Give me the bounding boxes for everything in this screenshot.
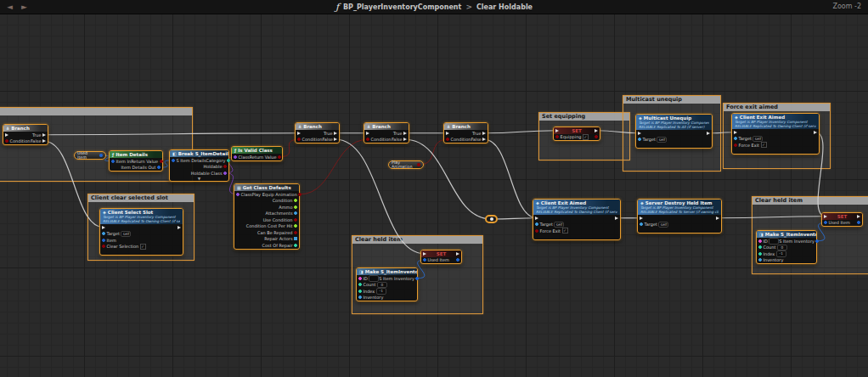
pin-return-value-bool[interactable] bbox=[160, 160, 163, 163]
branch-node[interactable]: ⋔BranchTrueConditionFalse bbox=[295, 122, 340, 143]
node-header[interactable]: ƒItem Details bbox=[110, 151, 162, 158]
pin-target-object[interactable] bbox=[638, 138, 641, 141]
wire-b1.true-to-ba.execin[interactable] bbox=[44, 133, 299, 135]
pin-condition-bool[interactable] bbox=[297, 138, 301, 141]
pin-item-in-struct[interactable] bbox=[111, 160, 115, 163]
node-header[interactable]: ◈Multicast UnequipTarget is BP Player In… bbox=[636, 115, 712, 130]
pin-condition-float[interactable] bbox=[294, 199, 297, 202]
wire-bc.true-to-setEquip.execin[interactable] bbox=[484, 131, 557, 133]
branch-node[interactable]: ⋔BranchTrueConditionFalse bbox=[3, 124, 48, 145]
pin-count-int[interactable] bbox=[358, 283, 362, 286]
text-field[interactable]: self bbox=[752, 136, 763, 143]
text-field[interactable]: self bbox=[657, 137, 667, 143]
pin-condition-cost-per-hit-float[interactable] bbox=[294, 224, 297, 228]
checkbox[interactable]: ✓ bbox=[140, 244, 146, 250]
pin-condition-bool[interactable] bbox=[446, 138, 449, 141]
wire-playAnim.out-to-bc.cond[interactable] bbox=[419, 139, 448, 165]
pin-execin-exec[interactable] bbox=[297, 132, 301, 135]
pin-item-details-out-struct[interactable] bbox=[157, 166, 161, 169]
get-class-defaults-node[interactable]: ▦Get Class DefaultsClassPlay Equip Anima… bbox=[234, 183, 300, 250]
pin-used-item-struct[interactable] bbox=[824, 221, 827, 224]
pin-false-exec[interactable] bbox=[42, 139, 46, 143]
pin-true-exec[interactable] bbox=[334, 132, 337, 135]
pin-target-object[interactable] bbox=[102, 232, 105, 235]
pin-used-item-struct[interactable] bbox=[423, 258, 426, 262]
node-header[interactable]: ◈Client Select SlotTarget is BP Player I… bbox=[100, 209, 183, 224]
node-header[interactable]: ◈Client Exit AimedTarget is BP Player In… bbox=[732, 114, 819, 129]
multicast-unequip-node[interactable]: ◈Multicast UnequipTarget is BP Player In… bbox=[635, 114, 713, 149]
pin-repair-actors-array[interactable] bbox=[294, 237, 297, 240]
pin-false-exec[interactable] bbox=[334, 138, 337, 141]
back-icon[interactable]: ◄ bbox=[7, 0, 13, 14]
node-header[interactable]: ⋔Branch bbox=[444, 123, 488, 130]
pin-can-be-repaired-bool[interactable] bbox=[294, 231, 297, 234]
pin-outval-bool[interactable] bbox=[595, 135, 598, 138]
branch-node[interactable]: ⋔BranchTrueConditionFalse bbox=[364, 122, 409, 143]
node-header[interactable]: ◧Break S_ItemDetails bbox=[170, 150, 228, 157]
is-valid-class-node[interactable]: ƒIs Valid ClassClassReturn Value bbox=[231, 146, 283, 161]
pin-false-exec[interactable] bbox=[403, 138, 407, 141]
wire-serverDestroy.execout-to-setUsed2.execin[interactable] bbox=[718, 217, 826, 218]
set-node[interactable]: SETUsed Item bbox=[420, 250, 462, 264]
node-header[interactable]: ◈Server Destroy Held ItemTarget is BP Pl… bbox=[638, 200, 721, 215]
collapse-arrow-icon[interactable]: ▼ bbox=[170, 177, 228, 181]
pin-inventory-object[interactable] bbox=[758, 258, 762, 262]
pin-target-object[interactable] bbox=[640, 222, 643, 226]
text-field[interactable]: self bbox=[121, 231, 131, 238]
wire-ba.false-to-setUsed1.execin[interactable] bbox=[335, 139, 425, 254]
pin-s-item-inventory-struct[interactable] bbox=[415, 277, 419, 280]
set-node[interactable]: SETEquipping✓ bbox=[553, 127, 600, 141]
make-s-iteminventory-node[interactable]: ◨Make S_ItemInventoryIDS Item InventoryC… bbox=[356, 267, 418, 301]
wire-bc.false-to-cea2.execin[interactable] bbox=[484, 139, 537, 218]
pin-id-string[interactable] bbox=[758, 239, 762, 243]
pin-count-int[interactable] bbox=[758, 245, 762, 249]
client-select-slot-node[interactable]: ◈Client Select SlotTarget is BP Player I… bbox=[99, 208, 183, 256]
pin-clear-selection-bool[interactable] bbox=[102, 245, 105, 248]
pin-class-class[interactable] bbox=[234, 155, 237, 159]
checkbox[interactable]: ✓ bbox=[562, 228, 568, 234]
node-header[interactable]: ⋔Branch bbox=[296, 123, 339, 130]
pin-execout-exec[interactable] bbox=[814, 131, 817, 134]
pin-condition-bool[interactable] bbox=[366, 138, 369, 141]
text-field[interactable]: -1 bbox=[376, 288, 386, 295]
pin-execin-exec[interactable] bbox=[5, 133, 8, 137]
pin-execin-exec[interactable] bbox=[638, 132, 641, 135]
pin-false-exec[interactable] bbox=[482, 138, 486, 141]
node-header[interactable]: ◈Client Exit AimedTarget is BP Player In… bbox=[533, 200, 620, 215]
node-header[interactable]: ƒIs Valid Class bbox=[232, 147, 282, 154]
pin-return-value-bool[interactable] bbox=[278, 155, 281, 159]
breadcrumb-blueprint[interactable]: BP_PlayerInventoryComponent bbox=[343, 3, 461, 11]
pin-holdable-class-class[interactable] bbox=[223, 172, 227, 175]
branch-node[interactable]: ⋔BranchTrueConditionFalse bbox=[443, 122, 488, 143]
pin-execin-exec[interactable] bbox=[366, 132, 369, 135]
wire-setEquip.execout-to-multicastUnequip.execin[interactable] bbox=[596, 131, 640, 133]
checkbox[interactable]: ✓ bbox=[761, 142, 767, 148]
text-field[interactable]: 0 bbox=[377, 282, 387, 289]
text-field[interactable] bbox=[769, 238, 779, 245]
text-field[interactable] bbox=[369, 275, 379, 282]
pin-ammo-float[interactable] bbox=[294, 205, 297, 209]
pin-output-struct[interactable] bbox=[99, 154, 103, 157]
pin-execin-exec[interactable] bbox=[734, 131, 737, 134]
pin-true-exec[interactable] bbox=[42, 133, 46, 137]
pin-id-string[interactable] bbox=[358, 277, 362, 280]
pin-execin-exec[interactable] bbox=[640, 217, 643, 220]
pin-outval-struct[interactable] bbox=[456, 258, 459, 262]
pin-execout-exec[interactable] bbox=[615, 217, 618, 220]
pin-execin-exec[interactable] bbox=[535, 217, 538, 220]
reroute-node[interactable] bbox=[485, 215, 498, 223]
wire-reroute.out-to-cea2.execin[interactable] bbox=[492, 218, 538, 219]
wire-getClassDefaults.playequip-to-bb.cond[interactable] bbox=[300, 139, 368, 194]
text-field[interactable]: 0 bbox=[777, 245, 787, 251]
node-header[interactable]: ◨Make S_ItemInventory bbox=[357, 268, 417, 275]
wire-bb.false-to-reroute.in[interactable] bbox=[405, 139, 492, 219]
pin-class-class[interactable] bbox=[236, 193, 240, 196]
make-s-iteminventory-node[interactable]: ◨Make S_ItemInventoryIDS Item InventoryC… bbox=[756, 230, 817, 264]
pin-target-object[interactable] bbox=[734, 137, 737, 140]
pin-equipping-bool[interactable] bbox=[555, 135, 559, 138]
play-animation-variable-node[interactable]: Play Animation bbox=[388, 160, 424, 169]
forward-icon[interactable]: ► bbox=[21, 0, 27, 14]
pin-execout-exec[interactable] bbox=[178, 226, 181, 229]
node-header[interactable]: ▦Get Class Defaults bbox=[234, 184, 299, 191]
pin-force-exit-bool[interactable] bbox=[535, 229, 538, 233]
